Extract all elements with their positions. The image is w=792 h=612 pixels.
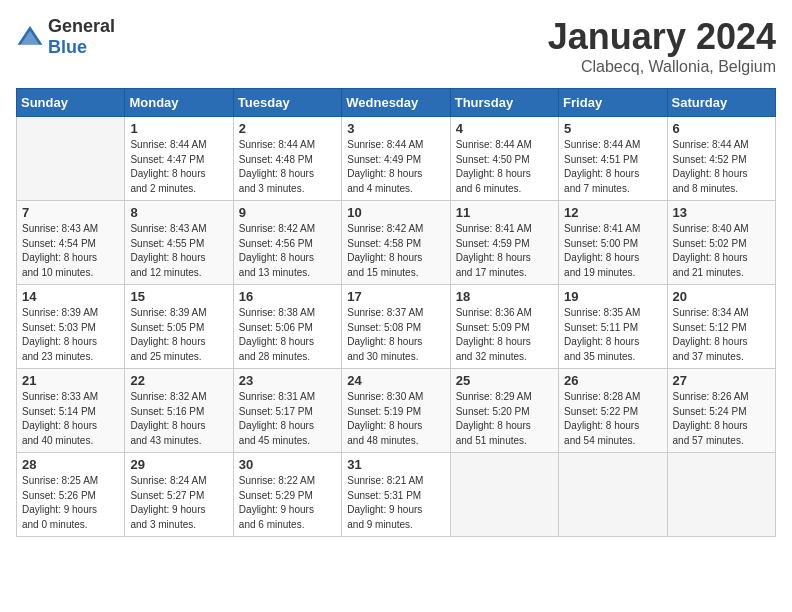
day-info: Sunrise: 8:37 AMSunset: 5:08 PMDaylight:…: [347, 306, 444, 364]
calendar-cell: 23Sunrise: 8:31 AMSunset: 5:17 PMDayligh…: [233, 369, 341, 453]
day-header-saturday: Saturday: [667, 89, 775, 117]
day-header-tuesday: Tuesday: [233, 89, 341, 117]
day-info: Sunrise: 8:44 AMSunset: 4:51 PMDaylight:…: [564, 138, 661, 196]
week-row-3: 14Sunrise: 8:39 AMSunset: 5:03 PMDayligh…: [17, 285, 776, 369]
day-info: Sunrise: 8:40 AMSunset: 5:02 PMDaylight:…: [673, 222, 770, 280]
day-number: 29: [130, 457, 227, 472]
day-number: 17: [347, 289, 444, 304]
day-info: Sunrise: 8:32 AMSunset: 5:16 PMDaylight:…: [130, 390, 227, 448]
calendar-cell: 18Sunrise: 8:36 AMSunset: 5:09 PMDayligh…: [450, 285, 558, 369]
calendar-cell: 5Sunrise: 8:44 AMSunset: 4:51 PMDaylight…: [559, 117, 667, 201]
day-info: Sunrise: 8:24 AMSunset: 5:27 PMDaylight:…: [130, 474, 227, 532]
day-number: 21: [22, 373, 119, 388]
calendar-cell: [450, 453, 558, 537]
calendar-cell: 8Sunrise: 8:43 AMSunset: 4:55 PMDaylight…: [125, 201, 233, 285]
day-info: Sunrise: 8:35 AMSunset: 5:11 PMDaylight:…: [564, 306, 661, 364]
day-number: 1: [130, 121, 227, 136]
day-info: Sunrise: 8:29 AMSunset: 5:20 PMDaylight:…: [456, 390, 553, 448]
day-number: 12: [564, 205, 661, 220]
logo-blue-text: Blue: [48, 37, 87, 57]
day-number: 19: [564, 289, 661, 304]
day-info: Sunrise: 8:44 AMSunset: 4:48 PMDaylight:…: [239, 138, 336, 196]
calendar-cell: 9Sunrise: 8:42 AMSunset: 4:56 PMDaylight…: [233, 201, 341, 285]
calendar-table: SundayMondayTuesdayWednesdayThursdayFrid…: [16, 88, 776, 537]
calendar-cell: 3Sunrise: 8:44 AMSunset: 4:49 PMDaylight…: [342, 117, 450, 201]
week-row-1: 1Sunrise: 8:44 AMSunset: 4:47 PMDaylight…: [17, 117, 776, 201]
day-header-sunday: Sunday: [17, 89, 125, 117]
day-number: 3: [347, 121, 444, 136]
day-number: 20: [673, 289, 770, 304]
calendar-cell: 26Sunrise: 8:28 AMSunset: 5:22 PMDayligh…: [559, 369, 667, 453]
calendar-cell: 13Sunrise: 8:40 AMSunset: 5:02 PMDayligh…: [667, 201, 775, 285]
calendar-cell: 12Sunrise: 8:41 AMSunset: 5:00 PMDayligh…: [559, 201, 667, 285]
day-number: 16: [239, 289, 336, 304]
day-info: Sunrise: 8:43 AMSunset: 4:54 PMDaylight:…: [22, 222, 119, 280]
day-number: 14: [22, 289, 119, 304]
calendar-cell: 2Sunrise: 8:44 AMSunset: 4:48 PMDaylight…: [233, 117, 341, 201]
calendar-cell: 16Sunrise: 8:38 AMSunset: 5:06 PMDayligh…: [233, 285, 341, 369]
calendar-cell: [559, 453, 667, 537]
calendar-cell: 7Sunrise: 8:43 AMSunset: 4:54 PMDaylight…: [17, 201, 125, 285]
logo-icon: [16, 23, 44, 51]
title-area: January 2024 Clabecq, Wallonia, Belgium: [548, 16, 776, 76]
calendar-cell: 22Sunrise: 8:32 AMSunset: 5:16 PMDayligh…: [125, 369, 233, 453]
day-info: Sunrise: 8:22 AMSunset: 5:29 PMDaylight:…: [239, 474, 336, 532]
day-number: 28: [22, 457, 119, 472]
day-info: Sunrise: 8:43 AMSunset: 4:55 PMDaylight:…: [130, 222, 227, 280]
calendar-cell: 6Sunrise: 8:44 AMSunset: 4:52 PMDaylight…: [667, 117, 775, 201]
day-info: Sunrise: 8:44 AMSunset: 4:47 PMDaylight:…: [130, 138, 227, 196]
calendar-cell: 1Sunrise: 8:44 AMSunset: 4:47 PMDaylight…: [125, 117, 233, 201]
day-info: Sunrise: 8:41 AMSunset: 4:59 PMDaylight:…: [456, 222, 553, 280]
day-header-thursday: Thursday: [450, 89, 558, 117]
day-info: Sunrise: 8:30 AMSunset: 5:19 PMDaylight:…: [347, 390, 444, 448]
day-info: Sunrise: 8:33 AMSunset: 5:14 PMDaylight:…: [22, 390, 119, 448]
main-title: January 2024: [548, 16, 776, 58]
calendar-cell: 30Sunrise: 8:22 AMSunset: 5:29 PMDayligh…: [233, 453, 341, 537]
calendar-cell: 4Sunrise: 8:44 AMSunset: 4:50 PMDaylight…: [450, 117, 558, 201]
day-info: Sunrise: 8:44 AMSunset: 4:50 PMDaylight:…: [456, 138, 553, 196]
calendar-cell: 27Sunrise: 8:26 AMSunset: 5:24 PMDayligh…: [667, 369, 775, 453]
days-header-row: SundayMondayTuesdayWednesdayThursdayFrid…: [17, 89, 776, 117]
week-row-2: 7Sunrise: 8:43 AMSunset: 4:54 PMDaylight…: [17, 201, 776, 285]
day-number: 31: [347, 457, 444, 472]
day-number: 4: [456, 121, 553, 136]
day-info: Sunrise: 8:25 AMSunset: 5:26 PMDaylight:…: [22, 474, 119, 532]
day-info: Sunrise: 8:39 AMSunset: 5:03 PMDaylight:…: [22, 306, 119, 364]
day-number: 7: [22, 205, 119, 220]
day-header-wednesday: Wednesday: [342, 89, 450, 117]
day-info: Sunrise: 8:26 AMSunset: 5:24 PMDaylight:…: [673, 390, 770, 448]
day-info: Sunrise: 8:39 AMSunset: 5:05 PMDaylight:…: [130, 306, 227, 364]
day-number: 27: [673, 373, 770, 388]
day-number: 24: [347, 373, 444, 388]
day-header-monday: Monday: [125, 89, 233, 117]
day-number: 26: [564, 373, 661, 388]
calendar-cell: 31Sunrise: 8:21 AMSunset: 5:31 PMDayligh…: [342, 453, 450, 537]
day-number: 23: [239, 373, 336, 388]
calendar-cell: 21Sunrise: 8:33 AMSunset: 5:14 PMDayligh…: [17, 369, 125, 453]
header: General Blue January 2024 Clabecq, Wallo…: [16, 16, 776, 76]
calendar-cell: 19Sunrise: 8:35 AMSunset: 5:11 PMDayligh…: [559, 285, 667, 369]
day-number: 30: [239, 457, 336, 472]
day-number: 11: [456, 205, 553, 220]
day-info: Sunrise: 8:21 AMSunset: 5:31 PMDaylight:…: [347, 474, 444, 532]
week-row-5: 28Sunrise: 8:25 AMSunset: 5:26 PMDayligh…: [17, 453, 776, 537]
calendar-cell: 17Sunrise: 8:37 AMSunset: 5:08 PMDayligh…: [342, 285, 450, 369]
logo-general-text: General: [48, 16, 115, 36]
calendar-cell: 14Sunrise: 8:39 AMSunset: 5:03 PMDayligh…: [17, 285, 125, 369]
day-number: 13: [673, 205, 770, 220]
day-number: 10: [347, 205, 444, 220]
day-info: Sunrise: 8:28 AMSunset: 5:22 PMDaylight:…: [564, 390, 661, 448]
day-info: Sunrise: 8:31 AMSunset: 5:17 PMDaylight:…: [239, 390, 336, 448]
day-info: Sunrise: 8:41 AMSunset: 5:00 PMDaylight:…: [564, 222, 661, 280]
day-number: 25: [456, 373, 553, 388]
calendar-cell: 20Sunrise: 8:34 AMSunset: 5:12 PMDayligh…: [667, 285, 775, 369]
day-number: 9: [239, 205, 336, 220]
day-info: Sunrise: 8:44 AMSunset: 4:49 PMDaylight:…: [347, 138, 444, 196]
calendar-cell: 11Sunrise: 8:41 AMSunset: 4:59 PMDayligh…: [450, 201, 558, 285]
calendar-cell: [17, 117, 125, 201]
calendar-cell: 24Sunrise: 8:30 AMSunset: 5:19 PMDayligh…: [342, 369, 450, 453]
calendar-cell: 28Sunrise: 8:25 AMSunset: 5:26 PMDayligh…: [17, 453, 125, 537]
day-info: Sunrise: 8:44 AMSunset: 4:52 PMDaylight:…: [673, 138, 770, 196]
day-number: 2: [239, 121, 336, 136]
day-info: Sunrise: 8:34 AMSunset: 5:12 PMDaylight:…: [673, 306, 770, 364]
